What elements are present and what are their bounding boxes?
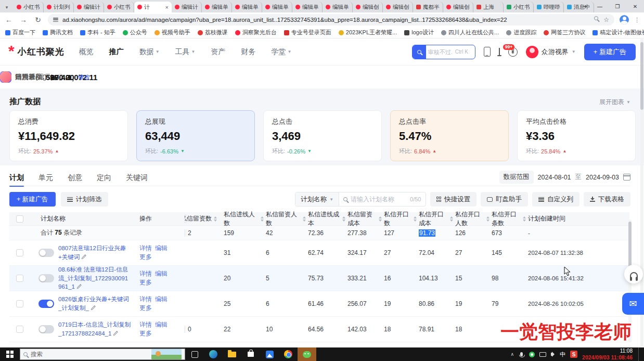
browser-tab[interactable]: 编辑单 × [262, 2, 292, 12]
expand-chart-button[interactable]: 展开图表 ▼ [599, 98, 630, 107]
metric-card[interactable]: 总展现 63,449 环比: -6.63% ▼ [136, 110, 255, 161]
action-more[interactable]: 更多 [139, 304, 152, 312]
edit-pencil-icon[interactable] [91, 305, 96, 311]
action-edit[interactable]: 编辑 [155, 295, 168, 303]
action-detail[interactable]: 详情 [139, 270, 152, 277]
col-msg-open-count[interactable]: 私信开口数 [384, 210, 419, 228]
app-logo[interactable]: * 小红书聚光 [8, 46, 65, 58]
edit-pencil-icon[interactable] [81, 254, 87, 260]
row-checkbox[interactable] [16, 326, 23, 333]
nav-item[interactable]: 财务 [241, 47, 256, 57]
date-to[interactable]: 2024-09-03 [586, 174, 619, 181]
col-msg-inline-cost[interactable]: 私信进线成本 [308, 210, 347, 228]
mobile-preview-icon[interactable] [484, 47, 491, 57]
campaign-name-link[interactable]: 08.6标准 法意瑞12日-信息流_计划复制_1722930091961_1 [58, 266, 128, 290]
entity-tab[interactable]: 关键词 [126, 170, 148, 186]
speaker-icon[interactable] [551, 353, 553, 356]
metric-card[interactable]: 总点击率 5.47% 环比: 6.84% ▲ [390, 110, 509, 161]
tray-expand-icon[interactable]: ∧ [510, 352, 514, 357]
browser-tab[interactable]: 计划列 × [44, 2, 74, 12]
select-all-checkbox[interactable] [16, 215, 23, 223]
browser-profile-avatar[interactable] [620, 15, 629, 24]
start-button[interactable] [0, 347, 20, 361]
nav-item[interactable]: 资产 [211, 47, 226, 57]
bookmark-item[interactable]: 四川人社在线公共... [441, 29, 499, 36]
browser-tab[interactable]: 编辑单 × [232, 2, 262, 12]
browser-tab[interactable]: 小红书 × [14, 2, 44, 12]
message-button[interactable]: ✉ [622, 293, 644, 315]
new-ad-button-secondary[interactable]: + 新建广告 [9, 192, 56, 207]
header-search-input[interactable] [426, 49, 455, 55]
taskbar-search[interactable]: 搜索 [20, 349, 185, 360]
tab-search-chevron-icon[interactable]: ▾ [0, 2, 14, 12]
site-settings-icon[interactable] [53, 18, 58, 22]
toolbar-button[interactable]: 自定义列 [532, 192, 579, 207]
action-detail[interactable]: 详情 [139, 244, 152, 252]
browser-tab[interactable]: 编辑单 × [292, 2, 323, 12]
microphone-icon[interactable] [520, 352, 523, 356]
search-highlight-image[interactable] [151, 349, 182, 359]
metric-card[interactable]: 平均点击价格 ¥3.36 环比: 25.84% ▲ [517, 110, 636, 161]
entity-tab[interactable]: 创意 [68, 170, 82, 186]
action-more[interactable]: 更多 [139, 279, 152, 286]
forward-button[interactable]: → [19, 16, 28, 24]
file-explorer-button[interactable] [223, 347, 241, 361]
browser-tab[interactable]: 小红书 × [504, 2, 534, 12]
search-field-select[interactable]: 计划名称 ▼ [295, 192, 339, 206]
row-checkbox[interactable] [16, 249, 23, 256]
date-from[interactable]: 2024-08-01 [538, 174, 571, 181]
modify-link[interactable]: 修改 [78, 73, 91, 82]
task-view-button[interactable] [185, 347, 204, 361]
store-button[interactable] [241, 347, 260, 361]
browser-tab[interactable]: 编辑单 × [323, 2, 353, 12]
plan-name-search-input[interactable] [351, 196, 407, 203]
browser-tab[interactable]: 编辑创 × [383, 2, 413, 12]
action-more[interactable]: 更多 [139, 253, 152, 261]
close-button[interactable]: ✕ [626, 0, 644, 12]
new-ad-button[interactable]: + 新建广告 [584, 44, 636, 60]
action-edit[interactable]: 编辑 [155, 244, 168, 252]
browser-tab[interactable]: 哔哩哔 × [534, 2, 564, 12]
campaign-toggle[interactable] [38, 325, 54, 333]
bookmark-item[interactable]: 洞察聚光后台 [235, 29, 277, 36]
col-msg-lead-cost[interactable]: 私信留资成本 [347, 210, 384, 228]
browser-menu-icon[interactable]: ⋮ [634, 17, 640, 23]
notifications-button[interactable]: 99+ [499, 48, 500, 56]
network-icon[interactable] [539, 352, 546, 357]
row-checkbox[interactable] [16, 300, 23, 307]
entity-tab[interactable]: 定向 [97, 170, 111, 186]
zoom-icon[interactable] [594, 16, 598, 20]
metric-card[interactable]: 总点击 3,469 环比: -0.26% ▼ [263, 110, 382, 161]
browser-tab[interactable]: 小红书 × [104, 2, 134, 12]
col-msg-open-msgs[interactable]: 私信开口条数 [492, 210, 528, 228]
metric-card[interactable]: 总消费 ¥11,649.82 环比: 25.37% ▲ [9, 110, 128, 161]
nav-item[interactable]: 工具 ▼ [175, 47, 196, 57]
toolbar-button[interactable]: 下载表格 [584, 192, 630, 207]
browser-tab[interactable]: 魔都半 × [413, 2, 443, 12]
bookmark-item[interactable]: 腾讯文档 [43, 29, 73, 36]
campaign-toggle[interactable] [38, 300, 54, 308]
toolbar-button[interactable]: 快捷设置 [430, 192, 477, 207]
chrome-button[interactable] [279, 347, 298, 361]
user-menu[interactable]: 众游视界 ▼ [526, 46, 576, 58]
show-desktop-button[interactable] [638, 347, 641, 361]
toolbar-button[interactable]: 盯盘助手 [481, 192, 528, 207]
edge-button[interactable] [204, 347, 223, 361]
campaign-name-link[interactable]: 0807法意瑞12日行业兴趣+关键词 [58, 245, 126, 260]
bookmark-item[interactable]: 进度跟踪 [506, 29, 536, 36]
plan-filter-button[interactable]: 计划筛选 [61, 192, 108, 207]
col-msg-lead-users[interactable]: 私信留资人数 [266, 210, 308, 228]
wechat-button[interactable] [298, 347, 316, 361]
reload-button[interactable]: ↻ [33, 16, 43, 24]
calendar-icon[interactable] [623, 174, 630, 180]
campaign-toggle[interactable] [38, 249, 54, 257]
nav-item[interactable]: 数据 ▼ [139, 47, 160, 57]
campaign-toggle[interactable] [38, 274, 54, 282]
tab-close-icon[interactable]: × [165, 4, 169, 10]
restore-button[interactable]: ❐ [609, 0, 626, 12]
sogou-icon[interactable]: S [570, 351, 577, 358]
wechat-tray-icon[interactable] [529, 352, 535, 357]
url-bar[interactable]: ad.xiaohongshu.com/aurora/ad/manage/camp… [48, 14, 614, 25]
bookmark-item[interactable]: 公众号 [123, 29, 147, 36]
campaign-name-link[interactable]: 0719日本-信息流_计划复制_1721378822484_1 [58, 321, 131, 337]
